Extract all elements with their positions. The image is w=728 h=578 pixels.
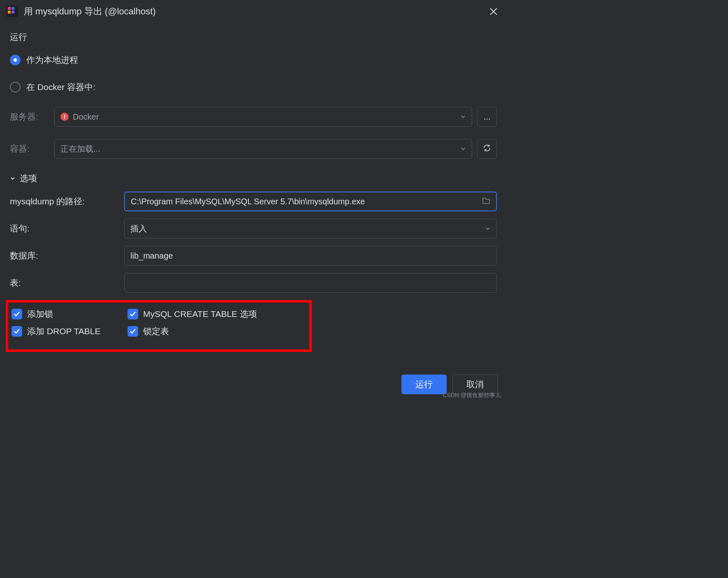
titlebar: 用 mysqldump 导出 (@localhost) <box>0 0 507 23</box>
mysqldump-path-input[interactable]: C:\Program Files\MySQL\MySQL Server 5.7\… <box>124 192 497 211</box>
folder-icon[interactable] <box>482 197 490 206</box>
chevron-down-icon <box>460 144 466 154</box>
checkbox-add-locks[interactable]: 添加锁 <box>12 308 128 320</box>
radio-local-process[interactable]: 作为本地进程 <box>10 50 497 70</box>
add-locks-label: 添加锁 <box>27 308 53 320</box>
chevron-down-icon <box>460 112 466 122</box>
database-label: 数据库: <box>10 250 118 261</box>
ellipsis-icon: ... <box>484 112 491 122</box>
svg-rect-3 <box>8 11 11 14</box>
highlighted-checkboxes: 添加锁 MySQL CREATE TABLE 选项 添加 DROP TABLE … <box>6 300 312 352</box>
checkbox-create-table[interactable]: MySQL CREATE TABLE 选项 <box>128 308 257 320</box>
statement-label: 语句: <box>10 223 118 234</box>
server-more-button[interactable]: ... <box>477 107 497 127</box>
dialog-footer: 运行 取消 <box>401 375 498 394</box>
container-label: 容器: <box>10 143 49 155</box>
container-refresh-button[interactable] <box>477 139 497 159</box>
checkbox-checked-icon[interactable] <box>128 326 138 337</box>
drop-table-label: 添加 DROP TABLE <box>27 326 101 337</box>
radio-local-label: 作为本地进程 <box>26 54 78 66</box>
statement-value: 插入 <box>130 223 485 234</box>
refresh-icon <box>483 144 491 154</box>
statement-select[interactable]: 插入 <box>124 219 497 238</box>
create-table-label: MySQL CREATE TABLE 选项 <box>143 308 257 320</box>
tables-input[interactable] <box>124 273 497 293</box>
svg-rect-1 <box>8 7 11 10</box>
path-label: mysqldump 的路径: <box>10 196 118 207</box>
chevron-down-icon <box>10 173 16 183</box>
run-heading: 运行 <box>10 31 497 43</box>
svg-rect-4 <box>12 11 14 14</box>
lock-tables-label: 锁定表 <box>143 326 169 337</box>
watermark: CSDN @摸鱼那些事儿 <box>443 392 501 399</box>
checkbox-checked-icon[interactable] <box>128 309 138 319</box>
warning-icon: ! <box>60 113 69 121</box>
database-input[interactable]: lib_manage <box>124 246 497 266</box>
checkbox-lock-tables[interactable]: 锁定表 <box>128 326 169 337</box>
checkbox-drop-table[interactable]: 添加 DROP TABLE <box>12 326 128 337</box>
options-collapse-header[interactable]: 选项 <box>0 161 507 192</box>
radio-docker-label: 在 Docker 容器中: <box>26 81 95 93</box>
run-button[interactable]: 运行 <box>401 375 447 394</box>
container-select[interactable]: 正在加载... <box>54 139 472 159</box>
radio-docker[interactable]: 在 Docker 容器中: <box>10 77 497 97</box>
tables-label: 表: <box>10 277 118 289</box>
database-value: lib_manage <box>130 251 491 261</box>
server-value: Docker <box>73 112 456 122</box>
cancel-button[interactable]: 取消 <box>452 375 498 394</box>
options-heading: 选项 <box>20 173 37 184</box>
close-icon[interactable] <box>489 7 498 16</box>
svg-rect-2 <box>12 7 14 10</box>
chevron-down-icon <box>485 224 491 234</box>
dialog-title: 用 mysqldump 导出 (@localhost) <box>24 5 489 18</box>
run-section: 运行 作为本地进程 在 Docker 容器中: <box>0 23 507 100</box>
server-select[interactable]: ! Docker <box>54 107 472 127</box>
container-row: 容器: 正在加载... <box>0 136 507 161</box>
radio-selected-icon[interactable] <box>10 55 21 65</box>
checkbox-checked-icon[interactable] <box>12 326 22 337</box>
server-label: 服务器: <box>10 111 49 123</box>
path-value: C:\Program Files\MySQL\MySQL Server 5.7\… <box>131 197 482 206</box>
options-grid: mysqldump 的路径: C:\Program Files\MySQL\My… <box>0 192 507 293</box>
server-row: 服务器: ! Docker ... <box>0 104 507 129</box>
app-icon <box>7 6 18 17</box>
container-value: 正在加载... <box>60 143 456 155</box>
radio-unselected-icon[interactable] <box>10 82 21 92</box>
checkbox-checked-icon[interactable] <box>12 309 22 319</box>
